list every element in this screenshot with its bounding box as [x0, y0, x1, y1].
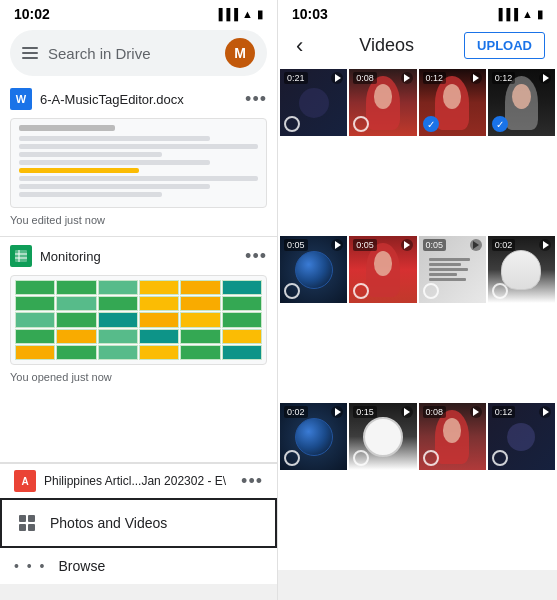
search-input[interactable]: Search in Drive [48, 45, 215, 62]
file-preview-2 [10, 275, 267, 365]
photos-videos-label: Photos and Videos [50, 515, 167, 531]
file-meta-2: You opened just now [10, 369, 267, 385]
file-preview-1 [10, 118, 267, 208]
upload-button[interactable]: UPLOAD [464, 32, 545, 59]
video-thumb-9[interactable]: 0:02 [280, 403, 347, 470]
left-time: 10:02 [14, 6, 50, 22]
right-panel: 10:03 ▐▐▐ ▲ ▮ ‹ Videos UPLOAD 0:21 0:08 [278, 0, 557, 600]
file-options-2[interactable]: ••• [245, 246, 267, 267]
video-duration-5: 0:05 [284, 239, 308, 251]
video-play-12 [539, 406, 551, 418]
left-status-icons: ▐▐▐ ▲ ▮ [215, 8, 263, 21]
right-signal-icon: ▐▐▐ [495, 8, 518, 20]
slides-icon: A [14, 470, 36, 492]
right-battery-icon: ▮ [537, 8, 543, 21]
word-icon: W [10, 88, 32, 110]
video-play-6 [401, 239, 413, 251]
photos-videos-icon [16, 512, 38, 534]
video-play-8 [539, 239, 551, 251]
file-title-row-1: W 6-A-MusicTagEditor.docx [10, 88, 184, 110]
hamburger-menu[interactable] [22, 47, 38, 59]
video-thumb-2[interactable]: 0:08 [349, 69, 416, 136]
photos-videos-item[interactable]: Photos and Videos [0, 498, 277, 548]
left-status-bar: 10:02 ▐▐▐ ▲ ▮ [0, 0, 277, 26]
wifi-icon: ▲ [242, 8, 253, 20]
file-options-3[interactable]: ••• [241, 471, 263, 492]
left-panel: 10:02 ▐▐▐ ▲ ▮ Search in Drive M W 6-A-Mu… [0, 0, 278, 600]
video-thumb-4[interactable]: 0:12 ✓ [488, 69, 555, 136]
video-thumb-7[interactable]: 0:05 [419, 236, 486, 303]
right-status-icons: ▐▐▐ ▲ ▮ [495, 8, 543, 21]
file-meta-1: You edited just now [10, 212, 267, 228]
video-grid: 0:21 0:08 0:12 ✓ 0:12 ✓ [278, 67, 557, 570]
video-duration-4: 0:12 [492, 72, 516, 84]
video-thumb-5[interactable]: 0:05 [280, 236, 347, 303]
video-duration-11: 0:08 [423, 406, 447, 418]
file-name-3: Philippines Articl...Jan 202302 - E\ [44, 474, 233, 488]
file-title-row-2: Monitoring [10, 245, 101, 267]
browse-label: Browse [58, 558, 105, 574]
video-play-3 [470, 72, 482, 84]
video-duration-1: 0:21 [284, 72, 308, 84]
right-wifi-icon: ▲ [522, 8, 533, 20]
video-duration-2: 0:08 [353, 72, 377, 84]
video-thumb-1[interactable]: 0:21 [280, 69, 347, 136]
video-duration-9: 0:02 [284, 406, 308, 418]
video-duration-7: 0:05 [423, 239, 447, 251]
video-duration-3: 0:12 [423, 72, 447, 84]
video-duration-10: 0:15 [353, 406, 377, 418]
sheets-icon [10, 245, 32, 267]
file-item-1: W 6-A-MusicTagEditor.docx ••• You edited… [0, 84, 277, 228]
video-select-4[interactable]: ✓ [492, 116, 508, 132]
video-select-8[interactable] [492, 283, 508, 299]
video-thumb-6[interactable]: 0:05 [349, 236, 416, 303]
video-play-7 [470, 239, 482, 251]
avatar[interactable]: M [225, 38, 255, 68]
browse-dots-icon: • • • [14, 558, 46, 574]
video-select-3[interactable]: ✓ [423, 116, 439, 132]
left-home-indicator [0, 584, 277, 600]
videos-header: ‹ Videos UPLOAD [278, 26, 557, 67]
video-select-7[interactable] [423, 283, 439, 299]
video-play-10 [401, 406, 413, 418]
video-select-12[interactable] [492, 450, 508, 466]
right-time: 10:03 [292, 6, 328, 22]
video-duration-8: 0:02 [492, 239, 516, 251]
right-home-indicator [278, 570, 557, 600]
video-thumb-3[interactable]: 0:12 ✓ [419, 69, 486, 136]
file-options-1[interactable]: ••• [245, 89, 267, 110]
video-duration-12: 0:12 [492, 406, 516, 418]
file-header-1: W 6-A-MusicTagEditor.docx ••• [10, 84, 267, 114]
video-thumb-8[interactable]: 0:02 [488, 236, 555, 303]
bottom-nav: A Philippines Articl...Jan 202302 - E\ •… [0, 462, 277, 600]
svg-rect-6 [19, 524, 26, 531]
battery-icon: ▮ [257, 8, 263, 21]
video-duration-6: 0:05 [353, 239, 377, 251]
svg-rect-0 [15, 250, 27, 262]
video-play-11 [470, 406, 482, 418]
browse-item[interactable]: • • • Browse [0, 548, 277, 584]
signal-icon: ▐▐▐ [215, 8, 238, 20]
video-select-11[interactable] [423, 450, 439, 466]
video-thumb-12[interactable]: 0:12 [488, 403, 555, 470]
search-bar[interactable]: Search in Drive M [10, 30, 267, 76]
back-button[interactable]: ‹ [290, 33, 309, 59]
divider-1 [0, 236, 277, 237]
video-play-2 [401, 72, 413, 84]
right-status-bar: 10:03 ▐▐▐ ▲ ▮ [278, 0, 557, 26]
svg-rect-4 [19, 515, 26, 522]
video-play-4 [539, 72, 551, 84]
svg-rect-7 [28, 524, 35, 531]
video-thumb-11[interactable]: 0:08 [419, 403, 486, 470]
videos-title: Videos [309, 35, 464, 56]
file-header-2: Monitoring ••• [10, 241, 267, 271]
file-name-2: Monitoring [40, 249, 101, 264]
svg-rect-5 [28, 515, 35, 522]
file-item-2: Monitoring ••• [0, 241, 277, 385]
file-name-1: 6-A-MusicTagEditor.docx [40, 92, 184, 107]
video-thumb-10[interactable]: 0:15 [349, 403, 416, 470]
